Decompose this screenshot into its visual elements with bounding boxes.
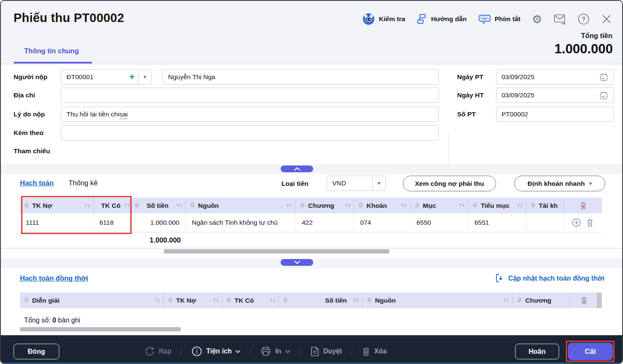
quick-posting-button[interactable]: Định khoản nhanh ▼: [514, 176, 605, 191]
accounting-table-header: TK Nợ↑↓ TK Có↑↓ Số tiền↑↓ Nguồn↑↓ Chương…: [20, 198, 602, 213]
simultaneous-posting-link[interactable]: Hạch toán đồng thời: [20, 274, 88, 282]
cell-chuong[interactable]: 422: [296, 213, 354, 232]
column-header-nguon[interactable]: Nguồn↑↓: [363, 292, 513, 308]
help-icon[interactable]: ?: [578, 13, 590, 25]
tab-hach-toan[interactable]: Hạch toán: [20, 179, 54, 187]
column-header-tk-no[interactable]: TK Nợ↑↓: [164, 292, 222, 308]
column-header-chuong[interactable]: Chương↑↓: [296, 198, 354, 213]
check-button[interactable]: Kiểm tra: [362, 13, 405, 25]
payer-dropdown-button[interactable]: ▼: [138, 70, 152, 84]
column-header-tai-khoan[interactable]: Tài kh: [527, 198, 564, 213]
column-header-muc[interactable]: Mục↑↓: [411, 198, 469, 213]
tab-active-underline: [14, 62, 92, 63]
payer-code-value: ĐT00001: [61, 73, 94, 81]
shortcut-button[interactable]: Phím tắt: [478, 14, 521, 25]
column-header-delete[interactable]: [564, 198, 602, 213]
utilities-icon: [191, 346, 202, 357]
address-field[interactable]: [61, 88, 439, 103]
tab-thong-ke[interactable]: Thống kê: [69, 179, 98, 187]
total-amount-label: Tổng tiền: [581, 32, 612, 40]
payer-name-field[interactable]: Nguyễn Thị Nga: [163, 69, 439, 85]
column-header-tk-co[interactable]: TK Có↑↓: [222, 292, 279, 308]
delete-row-icon[interactable]: [586, 218, 594, 227]
send-mail-icon[interactable]: [554, 14, 566, 25]
sort-icon[interactable]: ↑↓: [459, 203, 465, 208]
sort-icon[interactable]: ↑↓: [124, 203, 130, 208]
currency-select[interactable]: VND ▼: [327, 176, 386, 191]
pin-icon: [531, 203, 535, 208]
collapse-up-button[interactable]: [281, 165, 313, 172]
delete-button[interactable]: Xóa: [362, 347, 386, 356]
column-header-chuong[interactable]: Chương: [513, 292, 570, 308]
horizontal-scrollbar[interactable]: [164, 249, 389, 254]
close-button[interactable]: Đóng: [14, 344, 59, 359]
save-button[interactable]: Cất: [568, 343, 613, 360]
sort-icon[interactable]: ↑↓: [345, 203, 350, 208]
sort-icon[interactable]: ↑↓: [176, 203, 182, 208]
payer-code-field[interactable]: ĐT00001 + ▼: [61, 69, 152, 85]
calendar-icon[interactable]: [599, 91, 608, 100]
sort-icon[interactable]: ↑↓: [503, 298, 509, 303]
reason-value: Thu hồi lại tiền chi: [66, 110, 119, 118]
voucher-number-field[interactable]: PT00002: [496, 107, 614, 122]
reload-button[interactable]: Nạp: [145, 346, 171, 356]
voucher-date-field[interactable]: 03/09/2025: [496, 69, 614, 85]
column-header-tk-co[interactable]: TK Có↑↓: [94, 198, 130, 213]
toolbar-separator: [300, 346, 300, 356]
update-download-icon: [496, 273, 504, 284]
sort-icon[interactable]: ↑↓: [353, 298, 359, 303]
column-header-so-tien[interactable]: Số tiền↑↓: [130, 198, 186, 213]
view-receivables-button[interactable]: Xem công nợ phải thu: [403, 176, 496, 191]
update-simultaneous-link[interactable]: Cập nhật hạch toán đồng thời: [496, 273, 604, 284]
column-header-tieu-muc[interactable]: Tiểu mục↑↓: [469, 198, 527, 213]
cell-tieu-muc[interactable]: 6551: [469, 213, 527, 232]
utilities-button[interactable]: Tiện ích: [191, 346, 240, 357]
header-action-bar: Kiểm tra Hướng dẫn Phím tắt ⚙ ?: [362, 13, 612, 25]
print-button[interactable]: In: [260, 346, 290, 356]
approve-button[interactable]: Duyệt: [310, 346, 342, 357]
column-header-nguon[interactable]: Nguồn↑↓: [186, 198, 296, 213]
currency-dropdown-button[interactable]: ▼: [372, 176, 386, 190]
attachment-field[interactable]: [61, 125, 439, 141]
horizontal-scrollbar[interactable]: [20, 327, 181, 331]
posting-date-field[interactable]: 03/09/2025: [496, 88, 614, 103]
tab-general-info[interactable]: Thông tin chung: [24, 47, 79, 55]
add-payer-icon[interactable]: +: [126, 72, 138, 82]
sort-icon[interactable]: ↑↓: [154, 298, 160, 303]
page-title: Phiếu thu PT00002: [14, 11, 124, 25]
cell-tk-co[interactable]: 6118: [94, 213, 130, 232]
sort-icon[interactable]: ↑↓: [286, 203, 292, 208]
sort-icon[interactable]: ↑↓: [212, 298, 218, 303]
table-total-amount: 1.000.000: [20, 236, 186, 244]
sort-icon[interactable]: ↑↓: [517, 203, 523, 208]
cell-nguon[interactable]: Ngân sách Tỉnh không tự chủ: [186, 213, 296, 232]
cell-khoan[interactable]: 074: [354, 213, 411, 232]
guide-button[interactable]: Hướng dẫn: [416, 14, 466, 25]
cell-tai-khoan[interactable]: [527, 213, 564, 232]
column-header-dien-giai[interactable]: Diễn giải↑↓: [20, 292, 164, 308]
close-icon[interactable]: [601, 14, 612, 25]
column-header-delete[interactable]: [570, 292, 597, 308]
cell-so-tien[interactable]: 1.000.000: [130, 213, 186, 232]
add-row-icon[interactable]: [572, 218, 581, 227]
sort-icon[interactable]: ↑↓: [84, 203, 90, 208]
column-header-so-tien[interactable]: Số tiền↑↓: [279, 292, 363, 308]
column-header-tk-no[interactable]: TK Nợ↑↓: [20, 198, 94, 213]
view-receivables-label: Xem công nợ phải thu: [415, 180, 484, 188]
assistant-bot-icon: [362, 13, 375, 25]
expand-down-button[interactable]: [281, 259, 313, 266]
reason-field[interactable]: Thu hồi lại tiền chi sai: [61, 107, 439, 122]
window-header: Phiếu thu PT00002 Kiểm tra Hướng dẫn Phí…: [1, 1, 622, 64]
accounting-table-row[interactable]: 1111 6118 1.000.000 Ngân sách Tỉnh không…: [20, 213, 602, 232]
sort-icon[interactable]: ↑↓: [269, 298, 275, 303]
accounting-section: Hạch toán Thống kê Loại tiền VND ▼ Xem c…: [1, 174, 622, 258]
column-header-khoan[interactable]: Khoản↑↓: [354, 198, 411, 213]
vertical-scrollbar[interactable]: [597, 292, 602, 308]
postpone-button[interactable]: Hoãn: [515, 344, 559, 359]
calendar-icon[interactable]: [599, 73, 608, 82]
chevron-down-icon: [235, 350, 240, 353]
cell-tk-no[interactable]: 1111: [20, 213, 94, 232]
cell-muc[interactable]: 6550: [411, 213, 469, 232]
sort-icon[interactable]: ↑↓: [401, 203, 407, 208]
settings-gear-icon[interactable]: ⚙: [532, 14, 542, 25]
